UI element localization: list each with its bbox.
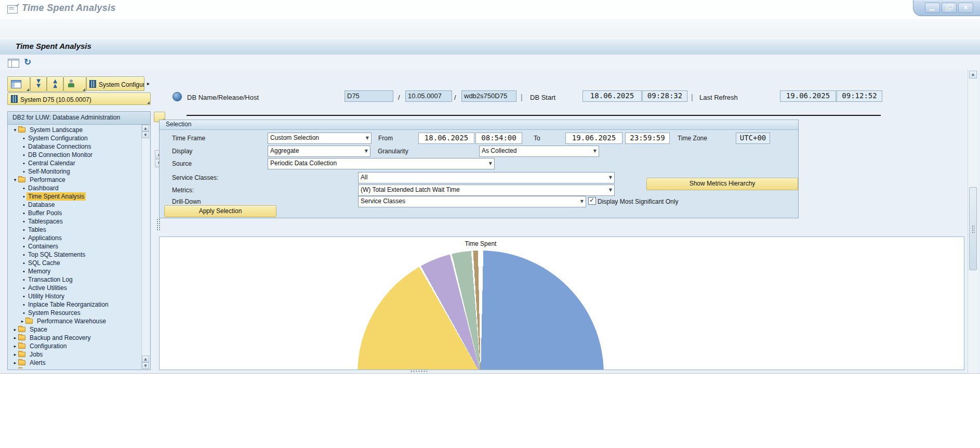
show-metrics-hierarchy-button[interactable]: Show Metrics Hierarchy — [646, 178, 798, 190]
navigation-tree-panel: DB2 for LUW: Database Administration ▾Sy… — [7, 111, 151, 370]
tree-item[interactable]: •Central Calendar — [9, 159, 141, 167]
close-button[interactable]: × — [958, 3, 973, 13]
source-dropdown[interactable]: Periodic Data Collection▼ — [268, 158, 495, 169]
chevron-down-icon: ▼ — [609, 173, 612, 183]
layout-button[interactable] — [7, 76, 30, 92]
display-dropdown[interactable]: Aggregate▼ — [268, 146, 370, 157]
bullet-icon: • — [21, 251, 27, 259]
transaction-icon[interactable] — [7, 5, 18, 14]
toolbar-overflow-arrow[interactable]: ▸ — [145, 76, 151, 91]
tree-item[interactable]: •Tablespaces — [9, 217, 141, 226]
tree-item[interactable]: ▸Alerts — [9, 359, 141, 367]
service-classes-dropdown[interactable]: All▼ — [358, 172, 615, 183]
tree-item[interactable]: •Active Utilities — [9, 284, 141, 292]
tree-item[interactable]: •Tables — [9, 226, 141, 234]
tree-scrollbar[interactable]: ▲ ▼ ▲ ▼ — [141, 125, 150, 369]
scroll-up-icon[interactable]: ▲ — [142, 355, 149, 362]
folder-icon — [18, 352, 25, 357]
chevron-right-icon[interactable]: ▸ — [12, 334, 18, 342]
drill-down-dropdown[interactable]: Service Classes▼ — [358, 196, 586, 207]
time-frame-dropdown[interactable]: Custom Selection▼ — [268, 133, 372, 144]
tree-item[interactable]: •Containers — [9, 242, 141, 251]
chevron-right-icon[interactable]: ▸ — [12, 342, 18, 350]
folder-icon — [18, 127, 25, 133]
tree-item[interactable]: ▸Jobs — [9, 350, 141, 359]
most-significant-checkbox[interactable] — [588, 197, 596, 205]
tree-item[interactable]: •Top SQL Statements — [9, 251, 141, 259]
user-settings-button[interactable] — [63, 76, 86, 92]
tree-item-label: System Resources — [27, 309, 82, 317]
chevron-right-icon[interactable]: ▸ — [12, 350, 18, 359]
chevron-right-icon[interactable]: ▸ — [12, 359, 18, 367]
tree-item[interactable]: •DB Connection Monitor — [9, 151, 141, 159]
tree-item[interactable]: ▾System Landscape — [9, 126, 141, 134]
chevron-down-icon[interactable]: ▾ — [12, 126, 18, 134]
tree-item[interactable]: •Buffer Pools — [9, 209, 141, 217]
tree-item[interactable]: •Dashboard — [9, 184, 141, 192]
bullet-icon: • — [21, 134, 27, 142]
tree-item[interactable]: •Transaction Log — [9, 275, 141, 284]
tree-item[interactable]: •Time Spent Analysis — [9, 192, 141, 201]
tree-item-label: Database Connections — [27, 142, 92, 151]
tree-item[interactable]: •Self-Monitoring — [9, 167, 141, 176]
selected-system-button[interactable]: System D75 (10.05.0007) — [7, 93, 151, 105]
chevron-right-icon[interactable]: ▸ — [12, 325, 18, 334]
tree-item-label: Inplace Table Reorganization — [27, 300, 110, 309]
chevron-right-icon[interactable]: ▸ — [12, 367, 18, 368]
chevron-down-icon[interactable]: ▾ — [12, 176, 18, 184]
show-lists-icon[interactable] — [8, 59, 19, 68]
tree-item[interactable]: •Utility History — [9, 292, 141, 300]
bullet-icon: • — [21, 284, 27, 292]
tree-item[interactable]: ▸Configuration — [9, 342, 141, 350]
scroll-down-icon[interactable]: ▼ — [142, 362, 149, 369]
bullet-icon: • — [21, 300, 27, 309]
splitter-grip[interactable] — [156, 218, 161, 231]
tree-item[interactable]: •Inplace Table Reorganization — [9, 300, 141, 309]
scrollbar-thumb[interactable] — [969, 187, 977, 270]
collapse-all-button[interactable]: ▼ ▼ — [30, 76, 47, 92]
vertical-scrollbar[interactable]: ▲ — [968, 70, 978, 373]
tree-item-label: Time Spent Analysis — [27, 192, 86, 201]
tree-item-label: Applications — [27, 234, 63, 242]
granularity-dropdown[interactable]: As Collected▼ — [479, 146, 599, 157]
window-title: Time Spent Analysis — [22, 3, 116, 14]
tree-item[interactable]: •Database — [9, 201, 141, 209]
minimize-button[interactable] — [925, 3, 940, 13]
refresh-icon[interactable]: ↻ — [24, 57, 31, 67]
bullet-icon: • — [21, 159, 27, 167]
tree-item[interactable]: •System Configuration — [9, 134, 141, 142]
tree-item[interactable]: •Applications — [9, 234, 141, 242]
tree-item[interactable]: •System Resources — [9, 309, 141, 317]
tree-item[interactable]: ▸Performance Warehouse — [9, 317, 141, 325]
tree-item[interactable]: •SQL Cache — [9, 259, 141, 267]
scroll-down-icon[interactable]: ▼ — [142, 131, 149, 138]
from-date-field[interactable]: 18.06.2025 — [418, 133, 474, 144]
pie-chart[interactable] — [357, 251, 604, 370]
system-configuration-button[interactable]: System Configura — [86, 76, 144, 91]
layout-icon — [11, 80, 21, 88]
tree-item-label: Transaction Log — [27, 275, 74, 284]
expand-all-button[interactable]: ▲ ▲ — [47, 76, 63, 92]
tree-item[interactable]: ▸Diagnostics — [9, 367, 141, 368]
scroll-up-icon[interactable]: ▲ — [969, 71, 977, 78]
last-refresh-time: 09:12:52 — [837, 90, 882, 102]
to-time-field[interactable]: 23:59:59 — [625, 133, 670, 144]
tree-item[interactable]: ▸Backup and Recovery — [9, 334, 141, 342]
tree-item-label: System Configuration — [27, 134, 89, 142]
apply-selection-button[interactable]: Apply Selection — [164, 205, 276, 217]
tree-item-label: Database — [27, 201, 56, 209]
tree-item[interactable]: ▸Space — [9, 325, 141, 334]
tree-item[interactable]: ▾Performance — [9, 176, 141, 184]
from-label: From — [378, 135, 393, 142]
tree-item-label: SQL Cache — [27, 259, 62, 267]
chevron-right-icon[interactable]: ▸ — [19, 317, 25, 325]
restore-button[interactable] — [942, 3, 957, 13]
tree-item[interactable]: •Database Connections — [9, 142, 141, 151]
tree-item[interactable]: •Memory — [9, 267, 141, 275]
from-time-field[interactable]: 08:54:00 — [475, 133, 522, 144]
scroll-up-icon[interactable]: ▲ — [142, 125, 149, 131]
horizontal-splitter-grip[interactable] — [409, 369, 427, 372]
metrics-dropdown[interactable]: (W) Total Extended Latch Wait Time▼ — [358, 185, 615, 196]
to-date-field[interactable]: 19.06.2025 — [565, 133, 623, 144]
building-icon — [11, 95, 18, 103]
